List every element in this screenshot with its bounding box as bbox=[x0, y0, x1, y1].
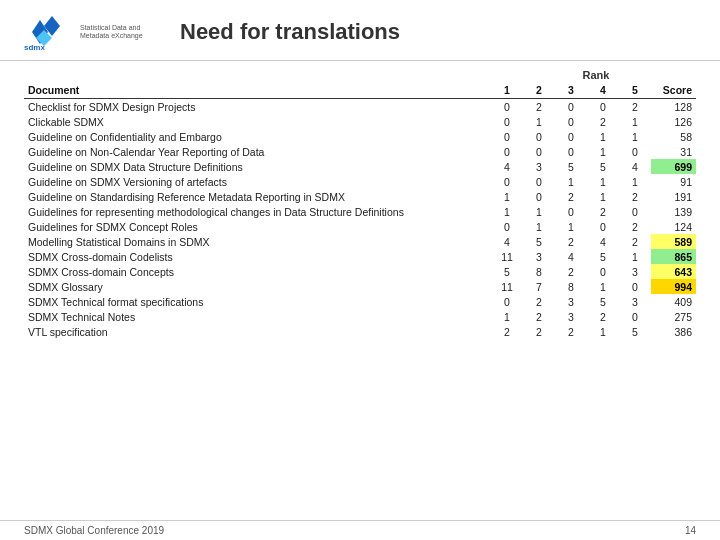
cell-col-1: 0 bbox=[491, 294, 523, 309]
cell-col-3: 3 bbox=[555, 294, 587, 309]
page: sdmx Statistical Data and Metadata eXcha… bbox=[0, 0, 720, 540]
cell-score: 139 bbox=[651, 204, 696, 219]
cell-score: 191 bbox=[651, 189, 696, 204]
cell-col-5: 2 bbox=[619, 99, 651, 115]
col-5: 5 bbox=[619, 82, 651, 99]
cell-col-2: 1 bbox=[523, 114, 555, 129]
cell-col-2: 8 bbox=[523, 264, 555, 279]
cell-col-2: 0 bbox=[523, 189, 555, 204]
cell-col-5: 0 bbox=[619, 204, 651, 219]
cell-col-4: 1 bbox=[587, 324, 619, 339]
cell-col-2: 0 bbox=[523, 144, 555, 159]
cell-col-2: 5 bbox=[523, 234, 555, 249]
table-header-row: Document 1 2 3 4 5 Score bbox=[24, 82, 696, 99]
cell-col-1: 4 bbox=[491, 234, 523, 249]
cell-col-3: 0 bbox=[555, 99, 587, 115]
cell-document: SDMX Technical format specifications bbox=[24, 294, 491, 309]
cell-col-4: 5 bbox=[587, 159, 619, 174]
cell-col-5: 4 bbox=[619, 159, 651, 174]
rank-label-row: Rank bbox=[24, 69, 696, 81]
cell-col-2: 1 bbox=[523, 219, 555, 234]
cell-col-3: 3 bbox=[555, 309, 587, 324]
cell-col-2: 3 bbox=[523, 159, 555, 174]
cell-document: VTL specification bbox=[24, 324, 491, 339]
cell-col-1: 1 bbox=[491, 309, 523, 324]
cell-col-2: 7 bbox=[523, 279, 555, 294]
cell-col-5: 1 bbox=[619, 114, 651, 129]
cell-col-3: 4 bbox=[555, 249, 587, 264]
main-table: Document 1 2 3 4 5 Score Checklist for S… bbox=[24, 82, 696, 339]
table-row: Guideline on Confidentiality and Embargo… bbox=[24, 129, 696, 144]
cell-col-5: 0 bbox=[619, 309, 651, 324]
cell-col-1: 0 bbox=[491, 144, 523, 159]
cell-score: 589 bbox=[651, 234, 696, 249]
content: Rank Document 1 2 3 4 5 Score Checklist … bbox=[0, 61, 720, 520]
cell-document: Guidelines for SDMX Concept Roles bbox=[24, 219, 491, 234]
cell-col-3: 2 bbox=[555, 234, 587, 249]
cell-col-1: 2 bbox=[491, 324, 523, 339]
header: sdmx Statistical Data and Metadata eXcha… bbox=[0, 0, 720, 61]
cell-col-3: 1 bbox=[555, 219, 587, 234]
cell-col-3: 2 bbox=[555, 324, 587, 339]
col-2: 2 bbox=[523, 82, 555, 99]
col-document: Document bbox=[24, 82, 491, 99]
cell-col-3: 2 bbox=[555, 264, 587, 279]
cell-col-2: 0 bbox=[523, 129, 555, 144]
cell-document: SDMX Technical Notes bbox=[24, 309, 491, 324]
cell-col-5: 2 bbox=[619, 189, 651, 204]
cell-document: Guideline on SDMX Data Structure Definit… bbox=[24, 159, 491, 174]
col-3: 3 bbox=[555, 82, 587, 99]
table-row: Guidelines for SDMX Concept Roles0110212… bbox=[24, 219, 696, 234]
cell-score: 994 bbox=[651, 279, 696, 294]
cell-score: 124 bbox=[651, 219, 696, 234]
table-row: SDMX Technical Notes12320275 bbox=[24, 309, 696, 324]
cell-score: 643 bbox=[651, 264, 696, 279]
table-row: Guideline on Standardising Reference Met… bbox=[24, 189, 696, 204]
cell-col-4: 0 bbox=[587, 99, 619, 115]
cell-col-3: 0 bbox=[555, 204, 587, 219]
cell-document: SDMX Glossary bbox=[24, 279, 491, 294]
cell-col-1: 11 bbox=[491, 279, 523, 294]
table-row: Guideline on SDMX Data Structure Definit… bbox=[24, 159, 696, 174]
cell-col-1: 1 bbox=[491, 204, 523, 219]
cell-document: Guideline on Non-Calendar Year Reporting… bbox=[24, 144, 491, 159]
cell-col-3: 5 bbox=[555, 159, 587, 174]
page-title: Need for translations bbox=[180, 19, 400, 45]
cell-col-1: 0 bbox=[491, 129, 523, 144]
cell-col-3: 2 bbox=[555, 189, 587, 204]
cell-col-2: 0 bbox=[523, 174, 555, 189]
cell-col-4: 2 bbox=[587, 204, 619, 219]
logo-subtitle: Statistical Data and Metadata eXchange bbox=[80, 24, 160, 41]
cell-score: 128 bbox=[651, 99, 696, 115]
svg-text:sdmx: sdmx bbox=[24, 43, 45, 52]
cell-col-1: 0 bbox=[491, 174, 523, 189]
cell-col-5: 5 bbox=[619, 324, 651, 339]
cell-score: 275 bbox=[651, 309, 696, 324]
table-row: Clickable SDMX01021126 bbox=[24, 114, 696, 129]
footer: SDMX Global Conference 2019 14 bbox=[0, 520, 720, 540]
col-score: Score bbox=[651, 82, 696, 99]
cell-score: 58 bbox=[651, 129, 696, 144]
table-row: Guideline on SDMX Versioning of artefact… bbox=[24, 174, 696, 189]
cell-col-3: 0 bbox=[555, 114, 587, 129]
cell-col-4: 2 bbox=[587, 309, 619, 324]
cell-col-5: 3 bbox=[619, 264, 651, 279]
cell-col-4: 2 bbox=[587, 114, 619, 129]
cell-col-1: 1 bbox=[491, 189, 523, 204]
cell-col-4: 0 bbox=[587, 219, 619, 234]
cell-col-4: 5 bbox=[587, 294, 619, 309]
cell-score: 31 bbox=[651, 144, 696, 159]
cell-score: 91 bbox=[651, 174, 696, 189]
sdmx-logo-icon: sdmx bbox=[24, 12, 72, 52]
table-row: VTL specification22215386 bbox=[24, 324, 696, 339]
rank-label: Rank bbox=[496, 69, 696, 81]
table-row: Guideline on Non-Calendar Year Reporting… bbox=[24, 144, 696, 159]
cell-document: Guideline on SDMX Versioning of artefact… bbox=[24, 174, 491, 189]
table-row: Checklist for SDMX Design Projects020021… bbox=[24, 99, 696, 115]
cell-col-4: 5 bbox=[587, 249, 619, 264]
cell-col-3: 0 bbox=[555, 129, 587, 144]
table-row: SDMX Cross-domain Codelists113451865 bbox=[24, 249, 696, 264]
cell-col-5: 2 bbox=[619, 219, 651, 234]
cell-col-5: 0 bbox=[619, 279, 651, 294]
cell-col-5: 1 bbox=[619, 249, 651, 264]
